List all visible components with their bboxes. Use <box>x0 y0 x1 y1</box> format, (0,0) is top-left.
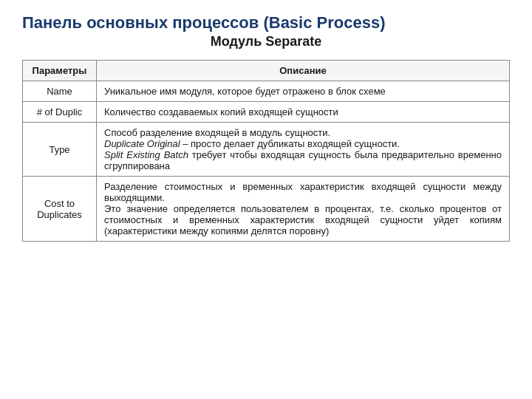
type-text-2: Duplicate Original – просто делает дубли… <box>104 138 400 149</box>
col-header-desc: Описание <box>97 61 510 81</box>
sub-title: Модуль Separate <box>22 34 510 50</box>
param-duplic: # of Duplic <box>23 102 97 123</box>
desc-cost: Разделение стоимостных и временных харак… <box>97 177 510 242</box>
desc-type: Способ разделение входящей в модуль сущн… <box>97 123 510 177</box>
table-row: Cost toDuplicates Разделение стоимостных… <box>23 177 510 242</box>
param-cost: Cost toDuplicates <box>23 177 97 242</box>
col-header-param: Параметры <box>23 61 97 81</box>
desc-name: Уникальное имя модуля, которое будет отр… <box>97 81 510 102</box>
type-text-3: Split Existing Batch требует чтобы входя… <box>104 149 502 171</box>
table-row: Type Способ разделение входящей в модуль… <box>23 123 510 177</box>
table-header-row: Параметры Описание <box>23 61 510 81</box>
cost-text-1: Разделение стоимостных и временных харак… <box>104 181 502 203</box>
type-text-1: Способ разделение входящей в модуль сущн… <box>104 127 330 138</box>
param-name: Name <box>23 81 97 102</box>
cost-text-2: Это значение определяется пользователем … <box>104 203 502 236</box>
page: Панель основных процессов (Basic Process… <box>0 0 532 399</box>
table-row: Name Уникальное имя модуля, которое буде… <box>23 81 510 102</box>
table-row: # of Duplic Количество создаваемых копий… <box>23 102 510 123</box>
param-type: Type <box>23 123 97 177</box>
desc-duplic: Количество создаваемых копий входящей су… <box>97 102 510 123</box>
params-table: Параметры Описание Name Уникальное имя м… <box>22 60 510 242</box>
main-title: Панель основных процессов (Basic Process… <box>22 13 510 33</box>
